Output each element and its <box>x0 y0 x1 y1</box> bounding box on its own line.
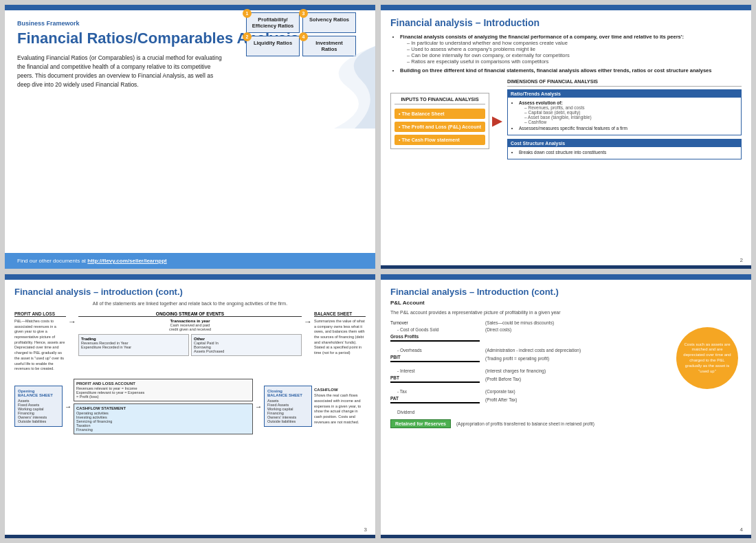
slide3-bottom-bar <box>5 535 375 538</box>
slide3-content: Financial analysis – introduction (cont.… <box>5 280 375 441</box>
pl-row-overheads: - Overheads (Administration - indirect c… <box>390 348 673 353</box>
arrow-to-dimensions: ▶ <box>492 113 502 129</box>
input-balance-sheet: • The Balance Sheet <box>394 109 485 119</box>
slide2-grid: INPUTS TO FINANCIAL ANALYSIS • The Balan… <box>390 79 742 163</box>
slide2-bullets: Financial analysis consists of analyzing… <box>390 34 742 74</box>
input-pl: • The Profit and Loss (P&L) Account <box>394 122 485 132</box>
dim-box-cost-content: Breaks down cost structure into constitu… <box>512 150 737 155</box>
dim-box-ratio-content: Assess evolution of: – Revenues, profits… <box>512 100 737 131</box>
dim-box-ratio-title: Ratio/Trends Analysis <box>508 90 741 98</box>
inputs-title: INPUTS TO FINANCIAL ANALYSIS <box>394 97 485 104</box>
pl-table: Turnover (Sales—could be minus discounts… <box>390 320 673 430</box>
input-cashflow: • The Cash Flow statement <box>394 135 485 145</box>
ongoing-column: ONGOING STREAM OF EVENTS Transactions in… <box>78 311 302 356</box>
slide1-footer-link[interactable]: http://flevy.com/seller/learnppt <box>87 258 166 264</box>
pl-column: PROFIT AND LOSS P&L—Matches costs to ass… <box>14 311 66 372</box>
slide3-subtitle: All of the statements are linked togethe… <box>14 301 366 306</box>
dimensions-title: DIMENSIONS OF FINANCIAL ANALYSIS <box>507 79 742 87</box>
trading-box: Trading Revenues Recorded in YearExpendi… <box>78 334 189 356</box>
pl-row-interest: - Interest (Interest charges for financi… <box>390 368 673 373</box>
trading-other: Trading Revenues Recorded in YearExpendi… <box>78 334 302 356</box>
pl-row-retained: Retained for Reserves (Appropriation of … <box>390 419 673 428</box>
flow-row2: OpeningBALANCE SHEET AssetsFixed AssetsW… <box>14 379 366 434</box>
pl-row-tax: - Tax (Corporate tax) <box>390 389 673 394</box>
retained-label: Retained for Reserves <box>390 419 451 428</box>
slide4-page-number: 4 <box>740 527 743 533</box>
slide4-pl-subtitle: P&L Account <box>390 300 742 306</box>
pl-account-box: PROFIT AND LOSS ACCOUNT Revenues relevan… <box>74 379 253 401</box>
closing-bs-box: ClosingBALANCE SHEET AssetsFixed AssetsW… <box>264 386 312 427</box>
ratio-box-1: 1 Profitability/ Efficiency Ratios <box>246 12 300 33</box>
other-box: Other Capital Paid InBorrowingAssets Pur… <box>191 334 302 356</box>
slide-3: Financial analysis – introduction (cont.… <box>4 274 376 539</box>
pl-row-turnover: Turnover (Sales—could be minus discounts… <box>390 320 673 325</box>
pl-header: PROFIT AND LOSS <box>14 311 66 317</box>
pl-row-pbit: PBIT (Trading profit = operating profit) <box>390 355 673 362</box>
bs-header: BALANCE SHEET <box>314 311 366 317</box>
ratio-num-4: 4 <box>299 32 308 41</box>
pl-row-pat: PAT (Profit After Tax) <box>390 396 673 403</box>
pl-row-dividend: Dividend <box>390 410 673 414</box>
slide4-bottom-bar <box>381 535 751 538</box>
slide2-page-number: 2 <box>740 257 743 263</box>
ratio-num-3: 3 <box>299 9 308 18</box>
slide1-wave-decoration <box>238 46 375 129</box>
transactions-desc: Cash received and paidcredit given and r… <box>78 323 302 331</box>
ratio-box-3: 3 Solvency Ratios <box>302 12 356 33</box>
slide4-pl-desc: The P&L account provides a representativ… <box>390 310 742 315</box>
bs-desc: Summarizes the value of what a company o… <box>314 319 366 356</box>
slide2-inputs-wrapper: INPUTS TO FINANCIAL ANALYSIS • The Balan… <box>390 79 502 163</box>
ratio-num-1: 1 <box>243 9 252 18</box>
slide1-top-bar <box>5 5 375 10</box>
slide3-title: Financial analysis – introduction (cont.… <box>14 287 366 297</box>
arrow4: → <box>255 403 262 410</box>
bs-column: BALANCE SHEET Summarizes the value of wh… <box>314 311 366 356</box>
cashflow-desc-box: CASHFLOW Shows the real cash flows assoc… <box>314 388 366 425</box>
slide4-content: Financial analysis – Introduction (cont.… <box>381 280 751 437</box>
slide2-inputs-box: INPUTS TO FINANCIAL ANALYSIS • The Balan… <box>390 93 489 149</box>
slide2-dimensions: DIMENSIONS OF FINANCIAL ANALYSIS Ratio/T… <box>507 79 742 163</box>
slide2-bullet-2: Building on three different kind of fina… <box>400 67 742 74</box>
slide3-top-bar <box>5 274 375 280</box>
ongoing-header: ONGOING STREAM OF EVENTS <box>78 311 302 317</box>
slide2-content: Financial analysis – Introduction Financ… <box>381 10 751 170</box>
slide2-bullet-1: Financial analysis consists of analyzing… <box>400 34 742 65</box>
slide1-body-text: Evaluating Financial Ratios (or Comparab… <box>17 54 223 89</box>
slide4-top-bar <box>381 274 751 280</box>
costs-bubble: Costs such as assets are matched and are… <box>676 327 738 389</box>
slide-1: Business Framework Financial Ratios/Comp… <box>4 4 376 269</box>
pl-desc: P&L—Matches costs to associated revenues… <box>14 319 66 372</box>
slide-4: Financial analysis – Introduction (cont.… <box>380 274 752 539</box>
slide-2: Financial analysis – Introduction Financ… <box>380 4 752 269</box>
input-items: • The Balance Sheet • The Profit and Los… <box>394 109 485 145</box>
slide4-main: Turnover (Sales—could be minus discounts… <box>390 320 742 430</box>
slide2-top-bar <box>381 5 751 10</box>
pl-row-cogs: - Cost of Goods Sold (Direct costs) <box>390 327 673 332</box>
dim-box-cost: Cost Structure Analysis Breaks down cost… <box>507 139 742 159</box>
middle-col: PROFIT AND LOSS ACCOUNT Revenues relevan… <box>74 379 253 434</box>
slide4-title: Financial analysis – Introduction (cont.… <box>390 287 742 297</box>
slide2-bottom-bar <box>381 265 751 269</box>
flow-diagram: PROFIT AND LOSS P&L—Matches costs to ass… <box>14 311 366 372</box>
pl-row-pbt: PBT (Profit Before Tax) <box>390 375 673 383</box>
slide1-footer: Find our other documents at http://flevy… <box>5 253 375 269</box>
cashflow-statement-box: CASHFLOW STATEMENT Operating activitiesI… <box>74 403 253 434</box>
slide3-page-number: 3 <box>364 527 367 533</box>
costs-bubble-wrapper: Costs such as assets are matched and are… <box>673 320 742 430</box>
arrow2: → <box>304 317 312 326</box>
pl-row-gross: Gross Profits <box>390 334 673 342</box>
dim-box-cost-title: Cost Structure Analysis <box>508 140 741 147</box>
arrow1: → <box>68 317 76 326</box>
dim-box-ratio: Ratio/Trends Analysis Assess evolution o… <box>507 89 742 135</box>
arrow3: → <box>65 403 71 410</box>
opening-bs-box: OpeningBALANCE SHEET AssetsFixed AssetsW… <box>14 386 63 427</box>
ratio-num-2: 2 <box>243 32 252 41</box>
slide2-title: Financial analysis – Introduction <box>390 17 742 28</box>
